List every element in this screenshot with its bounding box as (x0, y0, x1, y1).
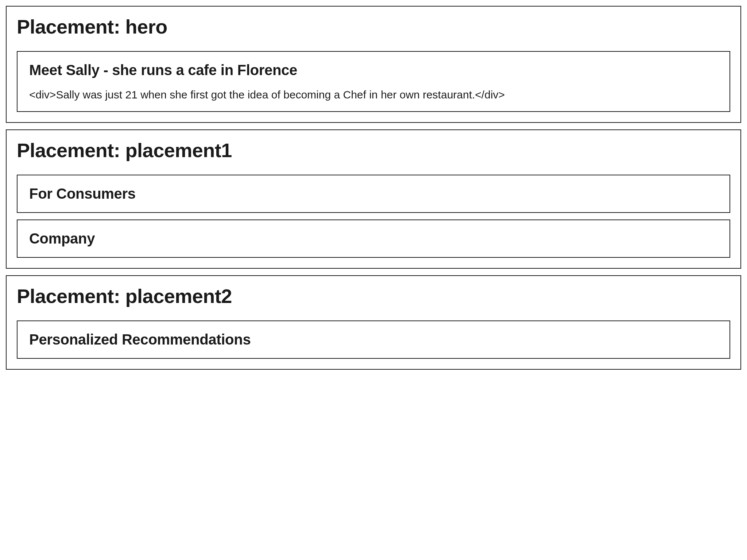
content-card: Meet Sally - she runs a cafe in Florence… (17, 51, 730, 112)
content-card: Personalized Recommendations (17, 320, 730, 359)
placement-title: Placement: placement1 (17, 139, 730, 162)
placement-section-placement2: Placement: placement2 Personalized Recom… (6, 275, 741, 370)
content-card: Company (17, 219, 730, 258)
placement-section-placement1: Placement: placement1 For Consumers Comp… (6, 129, 741, 269)
card-title: Company (29, 230, 718, 247)
placement-section-hero: Placement: hero Meet Sally - she runs a … (6, 6, 741, 123)
placement-title: Placement: placement2 (17, 285, 730, 307)
card-title: Personalized Recommendations (29, 331, 718, 348)
card-body: <div>Sally was just 21 when she first go… (29, 89, 718, 101)
card-title: For Consumers (29, 186, 718, 202)
card-title: Meet Sally - she runs a cafe in Florence (29, 62, 718, 78)
content-card: For Consumers (17, 175, 730, 213)
placement-title: Placement: hero (17, 15, 730, 38)
